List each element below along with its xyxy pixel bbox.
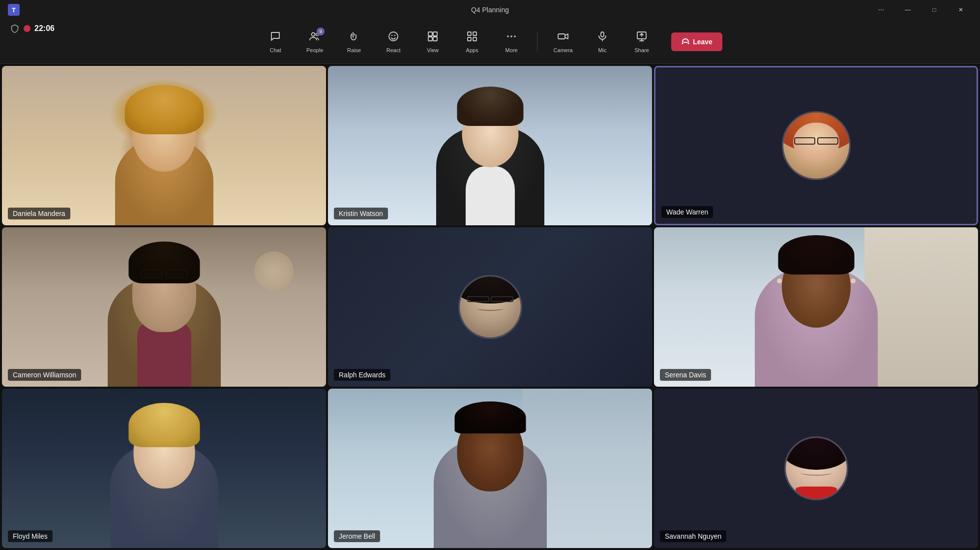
- title-bar-left: T: [8, 4, 20, 16]
- minimize-button[interactable]: —: [896, 2, 919, 18]
- leave-button[interactable]: Leave: [671, 32, 722, 51]
- svg-point-16: [510, 35, 512, 37]
- toolbar-separator: [537, 32, 537, 52]
- earring-serena-l: [777, 278, 782, 283]
- chat-icon: [269, 31, 281, 45]
- chat-button[interactable]: Chat: [258, 24, 293, 60]
- react-button[interactable]: React: [376, 24, 411, 60]
- svg-rect-19: [601, 32, 604, 37]
- svg-point-17: [514, 35, 516, 37]
- hair-jerome: [454, 401, 526, 433]
- video-cell-wade: Wade Warren: [654, 66, 978, 225]
- svg-point-2: [312, 32, 315, 36]
- svg-point-15: [507, 35, 509, 37]
- title-bar: T Q4 Planning ⋯ — □ ✕: [0, 0, 980, 20]
- svg-rect-18: [558, 34, 565, 39]
- avatar-smile-ralph: [477, 306, 504, 311]
- video-cell-kristin: Kristin Watson: [328, 66, 652, 225]
- svg-text:T: T: [12, 6, 16, 14]
- apps-button[interactable]: Apps: [454, 24, 490, 60]
- decor-cameron: [254, 251, 294, 291]
- avatar-wade: [782, 111, 851, 180]
- share-icon: [636, 31, 648, 45]
- svg-rect-10: [433, 37, 437, 41]
- hair-kristin: [457, 87, 523, 126]
- avatar-savannah: [784, 436, 848, 500]
- apps-icon: [466, 31, 478, 45]
- video-cell-serena: Serena Davis: [654, 227, 978, 387]
- svg-rect-12: [473, 32, 476, 35]
- video-cell-daniela: Daniela Mandera: [2, 66, 326, 225]
- name-label-savannah: Savannah Nguyen: [660, 530, 726, 542]
- view-button[interactable]: View: [415, 24, 450, 60]
- name-label-daniela: Daniela Mandera: [8, 208, 70, 219]
- svg-point-5: [391, 34, 392, 35]
- svg-rect-11: [468, 32, 471, 35]
- maximize-button[interactable]: □: [923, 2, 946, 18]
- camera-icon: [557, 31, 569, 45]
- hair-floyd: [128, 403, 200, 447]
- glasses-cameron: [135, 269, 194, 278]
- name-label-ralph: Ralph Edwards: [334, 369, 390, 381]
- react-icon: [387, 31, 399, 45]
- more-icon: [505, 31, 517, 45]
- avatar-ralph: [458, 275, 522, 339]
- window-title: Q4 Planning: [471, 6, 509, 14]
- avatar-glasses-ralph: [467, 296, 513, 302]
- raise-button[interactable]: Raise: [336, 24, 372, 60]
- avatar-smile-savannah: [801, 470, 832, 476]
- shirt-cameron: [137, 323, 191, 387]
- toolbar: Chat 9 People Raise: [0, 20, 980, 64]
- share-button[interactable]: Share: [624, 24, 659, 60]
- name-label-serena: Serena Davis: [660, 369, 711, 381]
- bookshelf-serena: [864, 227, 978, 387]
- svg-rect-8: [433, 32, 437, 36]
- hair-daniela: [125, 85, 204, 134]
- people-icon: 9: [309, 31, 321, 45]
- shield-icon: [10, 24, 20, 33]
- video-grid: Daniela Mandera Kristin Watson: [0, 64, 980, 550]
- recording-indicator: [24, 25, 30, 32]
- svg-rect-9: [428, 37, 432, 41]
- avatar-glasses-wade: [794, 137, 838, 145]
- raise-icon: [348, 31, 360, 45]
- mic-icon: [596, 31, 608, 45]
- teams-logo-icon: T: [8, 4, 20, 16]
- name-label-floyd: Floyd Miles: [8, 530, 53, 542]
- people-button[interactable]: 9 People: [297, 24, 332, 60]
- name-label-jerome: Jerome Bell: [334, 530, 380, 542]
- video-cell-ralph: Ralph Edwards: [328, 227, 652, 387]
- mic-button[interactable]: Mic: [585, 24, 620, 60]
- video-cell-floyd: Floyd Miles: [2, 389, 326, 548]
- blouse-kristin: [466, 166, 515, 225]
- avatar-hair-savannah: [786, 438, 847, 470]
- name-label-wade: Wade Warren: [661, 206, 713, 218]
- name-label-kristin: Kristin Watson: [334, 208, 388, 219]
- earring-serena-r: [851, 278, 856, 283]
- svg-point-6: [394, 34, 395, 35]
- close-button[interactable]: ✕: [950, 2, 972, 18]
- avatar-collar-savannah: [796, 487, 837, 499]
- meeting-timer: 22:06: [34, 24, 55, 33]
- more-button[interactable]: More: [494, 24, 529, 60]
- people-count-badge: 9: [317, 28, 325, 35]
- video-cell-cameron: Cameron Williamson: [2, 227, 326, 387]
- svg-rect-7: [428, 32, 432, 36]
- title-bar-controls: ⋯ — □ ✕: [870, 2, 972, 18]
- svg-rect-14: [473, 37, 476, 41]
- video-cell-jerome: Jerome Bell: [328, 389, 652, 548]
- view-icon: [427, 31, 439, 45]
- svg-rect-13: [468, 37, 471, 41]
- video-cell-savannah: Savannah Nguyen: [654, 389, 978, 548]
- hair-serena: [778, 235, 854, 275]
- status-bar: 22:06: [10, 24, 55, 33]
- leave-phone-icon: [681, 37, 690, 46]
- more-options-button[interactable]: ⋯: [870, 2, 892, 18]
- camera-button[interactable]: Camera: [545, 24, 581, 60]
- name-label-cameron: Cameron Williamson: [8, 369, 81, 381]
